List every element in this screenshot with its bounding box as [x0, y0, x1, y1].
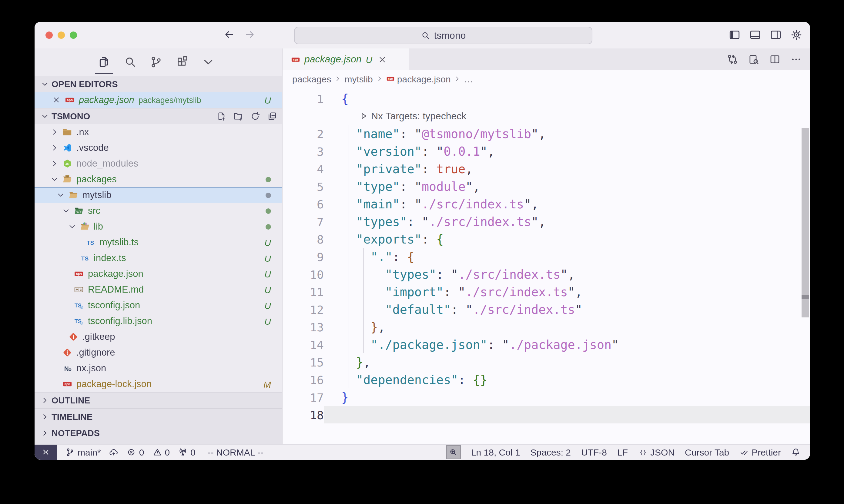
- eol-indicator[interactable]: LF: [617, 447, 628, 457]
- settings-button[interactable]: [791, 29, 802, 41]
- command-center[interactable]: tsmono: [294, 26, 592, 44]
- codelens-nx-targets[interactable]: Nx Targets: typecheck: [282, 107, 810, 125]
- statusbar-item-text: Ln 18, Col 1: [471, 447, 520, 457]
- chevron-down-icon[interactable]: [50, 175, 63, 183]
- section-header-outline[interactable]: OUTLINE: [35, 392, 282, 408]
- code-text[interactable]: "dependencies": {}: [324, 371, 810, 388]
- tree-item--vscode[interactable]: .vscode: [35, 140, 282, 156]
- code-text[interactable]: "main": "./src/index.ts",: [324, 195, 810, 213]
- chevron-right-icon[interactable]: [50, 159, 63, 168]
- close-icon[interactable]: [52, 96, 61, 104]
- branch-indicator[interactable]: main*: [66, 447, 101, 457]
- code-text[interactable]: "import": "./src/index.ts",: [324, 283, 810, 301]
- indentation-indicator[interactable]: Spaces: 2: [531, 447, 571, 457]
- cursor-tab-indicator[interactable]: Cursor Tab: [685, 447, 729, 457]
- notifications-bell[interactable]: [791, 448, 800, 457]
- code-text[interactable]: ".": {: [324, 248, 810, 265]
- minimize-window-button[interactable]: [57, 32, 65, 39]
- tree-item-package-lock-json[interactable]: npmpackage-lock.jsonM: [35, 376, 282, 392]
- tree-item--gitkeep[interactable]: .gitkeep: [35, 329, 282, 345]
- breadcrumb-item-mytslib[interactable]: mytslib: [344, 74, 373, 84]
- more-actions-button[interactable]: [791, 54, 802, 65]
- chevron-right-icon[interactable]: [50, 144, 63, 152]
- new-file-button[interactable]: [217, 111, 226, 121]
- open-editor-item[interactable]: npm package.json packages/mytslib U: [35, 92, 282, 108]
- code-text[interactable]: },: [324, 353, 810, 371]
- tree-item-index-ts[interactable]: TSindex.tsU: [35, 250, 282, 266]
- tree-item-tsconfig-lib-json[interactable]: TStsconfig.lib.jsonU: [35, 313, 282, 329]
- breadcrumb-item-packages[interactable]: packages: [292, 74, 331, 84]
- chevron-right-icon[interactable]: [50, 128, 63, 136]
- toggle-secondary-sidebar-button[interactable]: [770, 29, 781, 41]
- breadcrumb-item--[interactable]: …: [464, 74, 473, 84]
- code-text[interactable]: [324, 406, 810, 424]
- back-button[interactable]: [224, 29, 235, 40]
- new-folder-button[interactable]: [234, 111, 243, 121]
- code-text[interactable]: "./package.json": "./package.json": [324, 336, 810, 353]
- tab-package-json[interactable]: npm package.json U: [282, 49, 409, 70]
- explorer-tab[interactable]: [94, 50, 114, 74]
- code-text[interactable]: "default": "./src/index.ts": [324, 301, 810, 318]
- encoding-indicator[interactable]: UTF-8: [581, 447, 607, 457]
- tree-item-package-json[interactable]: npmpackage.jsonU: [35, 266, 282, 282]
- code-area[interactable]: 1{Nx Targets: typecheck2 "name": "@tsmon…: [282, 87, 810, 444]
- section-header-timeline[interactable]: TIMELINE: [35, 408, 282, 425]
- open-editors-header[interactable]: OPEN EDITORS: [35, 76, 282, 92]
- refresh-explorer-button[interactable]: [251, 111, 260, 121]
- tree-item-mytslib[interactable]: mytslib: [35, 187, 282, 203]
- tree-item-nx-json[interactable]: Nnx.json: [35, 360, 282, 376]
- tree-item--gitignore[interactable]: .gitignore: [35, 345, 282, 360]
- workspace-header[interactable]: TSMONO: [35, 108, 282, 124]
- zoom-window-button[interactable]: [70, 32, 77, 39]
- ports-indicator[interactable]: 0: [178, 447, 195, 457]
- tree-item-packages[interactable]: packages: [35, 172, 282, 187]
- code-text[interactable]: "private": true,: [324, 160, 810, 178]
- zoom-indicator[interactable]: [446, 445, 461, 459]
- tree-item-readme-md[interactable]: README.mdU: [35, 282, 282, 298]
- language-indicator[interactable]: {}JSON: [638, 447, 674, 457]
- code-text[interactable]: "types": "./src/index.ts",: [324, 265, 810, 283]
- svg-text:</>: </>: [76, 210, 82, 214]
- svg-text:JS: JS: [66, 162, 69, 166]
- chevron-down-icon[interactable]: [68, 222, 80, 231]
- tree-item-src[interactable]: </>src: [35, 203, 282, 219]
- open-changes-button[interactable]: [727, 54, 738, 65]
- breadcrumb-item-package-json[interactable]: npmpackage.json: [386, 74, 451, 84]
- close-tab-icon[interactable]: [378, 55, 387, 64]
- code-text[interactable]: "exports": {: [324, 230, 810, 248]
- chevron-down-icon[interactable]: [62, 206, 74, 215]
- collapse-folders-button[interactable]: [268, 111, 277, 121]
- warnings-indicator[interactable]: 0: [153, 447, 170, 457]
- toggle-primary-sidebar-button[interactable]: [729, 29, 740, 41]
- code-text[interactable]: {: [324, 90, 810, 107]
- source-control-tab[interactable]: [146, 50, 166, 74]
- code-text[interactable]: "types": "./src/index.ts",: [324, 213, 810, 230]
- forward-button[interactable]: [244, 29, 255, 40]
- close-window-button[interactable]: [46, 32, 53, 39]
- errors-indicator[interactable]: 0: [127, 447, 144, 457]
- search-tab[interactable]: [120, 50, 140, 74]
- cursor-position[interactable]: Ln 18, Col 1: [471, 447, 520, 457]
- split-editor-button[interactable]: [770, 54, 780, 65]
- vim-mode-indicator[interactable]: -- NORMAL --: [208, 447, 263, 457]
- tree-item-mytslib-ts[interactable]: TSmytslib.tsU: [35, 234, 282, 250]
- vertical-scrollbar[interactable]: [802, 128, 809, 318]
- code-text[interactable]: "name": "@tsmono/mytslib",: [324, 125, 810, 142]
- more-views-button[interactable]: [198, 50, 218, 74]
- extensions-tab[interactable]: [172, 50, 192, 74]
- code-text[interactable]: "version": "0.0.1",: [324, 142, 810, 160]
- code-text[interactable]: }: [324, 388, 810, 406]
- tree-item--nx[interactable]: .nx: [35, 124, 282, 140]
- publish-changes-button[interactable]: [109, 448, 119, 457]
- remote-indicator[interactable]: [35, 445, 57, 460]
- section-header-notepads[interactable]: NOTEPADS: [35, 425, 282, 441]
- tree-item-tsconfig-json[interactable]: TStsconfig.jsonU: [35, 298, 282, 313]
- toggle-panel-button[interactable]: [750, 29, 761, 41]
- code-text[interactable]: },: [324, 318, 810, 336]
- tree-item-lib[interactable]: lib: [35, 219, 282, 234]
- code-text[interactable]: "type": "module",: [324, 178, 810, 195]
- tree-item-node-modules[interactable]: JSnode_modules: [35, 156, 282, 172]
- chevron-down-icon[interactable]: [56, 191, 68, 199]
- open-preview-button[interactable]: [748, 54, 759, 65]
- formatter-indicator[interactable]: Prettier: [739, 447, 781, 457]
